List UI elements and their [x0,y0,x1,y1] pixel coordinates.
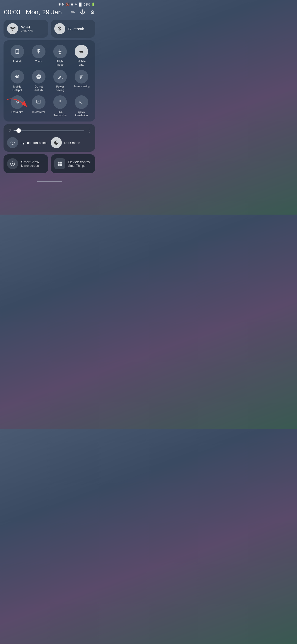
flight-mode-toggle[interactable]: Flightmode [50,44,70,67]
mobile-data-toggle[interactable]: Mobiledata [71,44,92,67]
dark-mode-label: Dark mode [64,141,80,145]
svg-rect-16 [60,164,62,166]
quick-settings-grid: Portrait Torch Flightmode [4,40,95,122]
wifi-icon [7,23,18,34]
quick-translation-icon: A あ [75,95,88,109]
top-tiles: Wi-Fi Jab7528 Bluetooth [0,20,99,38]
battery-icon: 🔋 [91,3,95,6]
status-bar: ✱ N 🔇 ◉ ≋ ▐▌ 63% 🔋 [0,0,99,7]
mobile-data-label: Mobiledata [77,60,85,66]
home-indicator [37,181,62,182]
extra-dim-label: Extra dim [11,110,23,114]
time-display: 00:03 [4,8,20,16]
datetime-row: 00:03 Mon, 29 Jan ✏ ⏻ ⚙ [0,7,99,20]
smart-view-icon [7,158,18,169]
bluetooth-label: Bluetooth [68,27,84,31]
flight-mode-label: Flightmode [57,60,64,66]
brightness-slider[interactable] [14,130,84,131]
grid-container: Portrait Torch Flightmode [7,44,92,118]
flight-mode-icon [53,45,67,58]
svg-text:あ: あ [81,102,83,104]
power-sharing-icon [75,70,88,84]
svg-rect-14 [60,162,62,164]
mobile-hotspot-icon [11,70,24,84]
svg-rect-13 [58,162,59,164]
location-status-icon: ◉ [71,3,73,6]
power-sharing-label: Power sharing [73,85,89,88]
mobile-hotspot-toggle[interactable]: MobileHotspot [7,69,27,93]
extra-dim-icon [11,95,24,109]
wifi-network: Jab7528 [21,29,33,33]
comfort-row: A Eye comfort shield Dark mode [7,137,92,148]
bluetooth-tile[interactable]: Bluetooth [51,20,95,38]
dark-mode-icon [51,137,62,148]
eye-comfort-icon: A [7,137,18,148]
mute-status-icon: 🔇 [66,3,70,6]
power-icon[interactable]: ⏻ [80,9,85,15]
portrait-icon [11,45,24,58]
wifi-info: Wi-Fi Jab7528 [21,25,33,33]
brightness-more-icon[interactable]: ⋮ [87,128,92,134]
extra-dim-toggle[interactable]: Extra dim [7,94,27,118]
mobile-hotspot-label: MobileHotspot [13,85,22,92]
power-saving-icon [53,70,67,84]
battery-percentage: 63% [84,3,90,6]
quick-translation-toggle[interactable]: A あ Quicktranslation [71,94,92,118]
wifi-label: Wi-Fi [21,25,33,29]
do-not-disturb-icon [32,70,45,84]
power-sharing-toggle[interactable]: Power sharing [71,69,92,93]
torch-label: Torch [35,60,42,63]
eye-comfort-toggle[interactable]: A Eye comfort shield [7,137,48,148]
bluetooth-info: Bluetooth [68,27,84,31]
brightness-row: ☽ ⋮ [7,128,92,134]
live-transcribe-icon [53,95,67,109]
portrait-toggle[interactable]: Portrait [7,44,27,67]
torch-icon [32,45,45,58]
device-control-tile[interactable]: Device control SmartThings [51,154,95,173]
smart-view-subtitle: Mirror screen [21,164,39,168]
interpreter-toggle[interactable]: A→ Interpreter [28,94,49,118]
status-icons: ✱ N 🔇 ◉ ≋ ▐▌ 63% 🔋 [58,3,95,6]
svg-rect-15 [58,164,59,166]
signal-icon: ▐▌ [78,3,83,6]
interpreter-icon: A→ [32,95,45,109]
dark-mode-toggle[interactable]: Dark mode [51,137,92,148]
wifi-calling-icon: ≋ [74,3,77,6]
nfc-status-icon: N [62,3,64,6]
datetime-text: 00:03 Mon, 29 Jan [4,8,62,16]
svg-point-2 [17,102,18,103]
torch-toggle[interactable]: Torch [28,44,49,67]
mobile-data-icon [75,45,88,58]
wifi-tile[interactable]: Wi-Fi Jab7528 [4,20,48,38]
device-control-icon [54,158,65,169]
bluetooth-icon [54,23,65,34]
power-saving-label: Powersaving [56,85,64,92]
brightness-handle[interactable] [16,128,21,133]
brightness-low-icon: ☽ [7,128,11,133]
svg-text:A→: A→ [37,101,41,103]
edit-icon[interactable]: ✏ [71,9,75,15]
device-control-info: Device control SmartThings [68,160,91,168]
date-display: Mon, 29 Jan [26,8,62,16]
device-control-subtitle: SmartThings [68,164,91,168]
smart-view-tile[interactable]: Smart View Mirror screen [4,154,48,173]
brightness-panel: ☽ ⋮ A Eye comfort shield Dark mode [4,124,95,152]
live-transcribe-label: LiveTranscribe [54,110,67,117]
power-saving-toggle[interactable]: Powersaving [50,69,70,93]
svg-text:A: A [12,142,14,144]
smart-view-info: Smart View Mirror screen [21,160,39,168]
do-not-disturb-toggle[interactable]: Do notdisturb [28,69,49,93]
eye-comfort-label: Eye comfort shield [21,141,47,145]
navigation-bar [0,178,99,184]
device-control-title: Device control [68,160,91,164]
do-not-disturb-label: Do notdisturb [34,85,43,92]
bottom-tiles: Smart View Mirror screen Device control … [0,154,99,173]
interpreter-label: Interpreter [32,110,45,114]
live-transcribe-toggle[interactable]: LiveTranscribe [50,94,70,118]
svg-marker-12 [12,163,14,165]
settings-icon[interactable]: ⚙ [90,9,95,15]
quick-translation-label: Quicktranslation [75,110,88,117]
portrait-label: Portrait [13,60,22,63]
bluetooth-status-icon: ✱ [58,3,61,6]
svg-text:A: A [79,101,81,103]
